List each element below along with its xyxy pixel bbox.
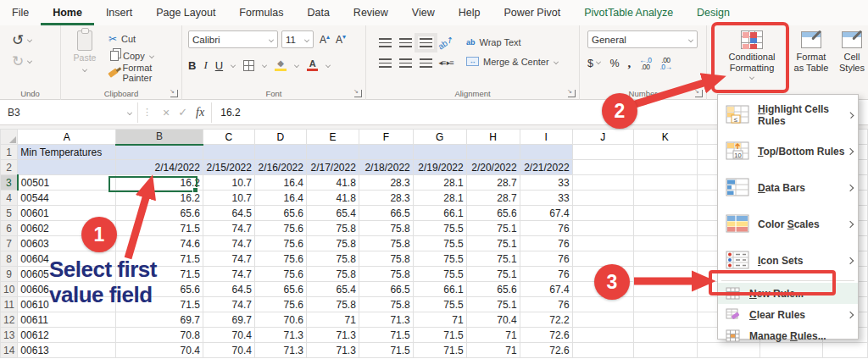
font-size-combobox[interactable]: 11 [281,30,314,48]
row-header[interactable]: 9 [1,267,18,282]
cell[interactable] [572,297,633,312]
formula-input[interactable]: 16.2 [212,107,240,119]
clipboard-dialog-launcher[interactable] [170,90,178,97]
cell[interactable] [572,221,633,236]
cell[interactable] [572,343,633,358]
cell[interactable] [572,145,633,160]
cell-styles-button[interactable]: Cell Styles [832,28,868,74]
cell[interactable]: 65.6 [254,206,306,221]
cell[interactable]: 71 [466,328,520,343]
select-all-corner[interactable] [1,130,18,145]
cell[interactable]: 67.4 [520,206,572,221]
cell[interactable] [203,145,254,160]
cell[interactable] [634,343,697,358]
row-header[interactable]: 13 [1,328,18,343]
underline-button[interactable]: U [215,59,223,72]
chevron-down-icon[interactable] [294,63,299,68]
cell[interactable] [634,282,697,297]
cell[interactable]: 75.8 [359,251,413,267]
alignment-dialog-launcher[interactable] [568,90,576,97]
borders-icon[interactable] [243,60,254,71]
cell[interactable]: 28.3 [359,175,413,191]
cell[interactable]: 75.8 [306,267,359,282]
copy-button[interactable]: Copy [108,47,181,64]
cell[interactable]: 76 [520,221,572,236]
font-name-combobox[interactable]: Calibri [188,30,278,48]
format-as-table-button[interactable]: Format as Table [791,28,832,74]
currency-button[interactable]: $ [587,58,601,69]
cell[interactable] [634,191,697,206]
cancel-icon[interactable]: × [163,106,170,119]
cell[interactable]: 75.1 [466,297,520,312]
cell[interactable] [634,145,697,160]
cell[interactable]: 28.7 [466,175,520,191]
wrap-text-button[interactable]: abWrap Text [466,32,559,52]
col-header[interactable]: E [306,130,359,145]
date-header-cell[interactable]: 2/15/2022 [203,160,254,175]
cell[interactable]: 75.5 [413,251,466,267]
cell[interactable]: 71.3 [359,312,413,328]
col-header[interactable]: I [520,130,572,145]
decrease-decimal-button[interactable]: .00.0→ [659,57,671,70]
orientation-icon[interactable]: ab↗ [437,34,455,51]
cell[interactable]: 75.8 [306,221,359,236]
cell[interactable]: 16.2 [116,175,203,191]
cell[interactable]: 16.4 [254,191,306,206]
date-header-cell[interactable]: 2/20/2022 [466,160,520,175]
row-header[interactable]: 10 [1,282,18,297]
paste-button[interactable]: Paste [68,30,102,78]
cell[interactable]: 10.7 [203,175,254,191]
cell[interactable]: 75.6 [254,236,306,251]
cell[interactable]: 66.5 [359,206,413,221]
cut-button[interactable]: ✂Cut [108,30,181,47]
cell[interactable]: 75.1 [466,251,520,267]
menu-item-icon-sets[interactable]: Icon Sets [718,242,858,279]
cell[interactable]: 75.8 [359,221,413,236]
cell[interactable] [572,251,633,267]
cell[interactable]: 75.5 [413,297,466,312]
row-header[interactable]: 6 [1,221,18,236]
redo-button[interactable]: ↻ [12,52,32,70]
cell[interactable]: 65.6 [116,206,203,221]
cell[interactable]: 71.3 [306,328,359,343]
cell[interactable]: 65.6 [466,282,520,297]
col-header[interactable]: J [572,130,633,145]
number-dialog-launcher[interactable] [695,90,703,97]
chevron-down-icon[interactable] [554,59,559,64]
chevron-down-icon[interactable] [262,63,267,68]
increase-decimal-button[interactable]: ←.0.00 [639,57,651,70]
chevron-down-icon[interactable] [127,110,132,115]
cell[interactable]: 33 [520,175,572,191]
tab-help[interactable]: Help [447,0,492,25]
cell[interactable] [634,267,697,282]
italic-button[interactable]: I [203,58,207,72]
col-header[interactable]: A [18,130,116,145]
cell[interactable]: 75.6 [254,297,306,312]
cell[interactable]: 65.4 [306,282,359,297]
cell[interactable]: 71 [413,312,466,328]
row-header[interactable]: 7 [1,236,18,251]
cell[interactable]: 70.4 [466,312,520,328]
cell[interactable]: 41.8 [306,175,359,191]
cell[interactable]: 75.8 [306,297,359,312]
cell[interactable]: 65.4 [306,206,359,221]
undo-button[interactable]: ↺ [12,31,32,49]
cell[interactable] [634,206,697,221]
cell[interactable]: 72.6 [520,328,572,343]
cell[interactable] [116,145,203,160]
cell[interactable]: 65.6 [466,206,520,221]
align-right-icon[interactable] [420,58,432,68]
cell[interactable]: 75.5 [413,236,466,251]
cell[interactable]: 71.5 [116,221,203,236]
cell[interactable]: 75.6 [254,267,306,282]
cell[interactable]: 65.6 [254,282,306,297]
cell[interactable] [572,236,633,251]
enter-icon[interactable]: ✓ [178,106,187,119]
cell[interactable]: 75.1 [466,236,520,251]
cell[interactable]: 28.1 [413,175,466,191]
cell[interactable]: 75.1 [466,267,520,282]
cell[interactable]: 74.7 [203,297,254,312]
cell[interactable]: 72.6 [520,343,572,358]
cell[interactable] [572,312,633,328]
date-header-cell[interactable]: 2/16/2022 [254,160,306,175]
